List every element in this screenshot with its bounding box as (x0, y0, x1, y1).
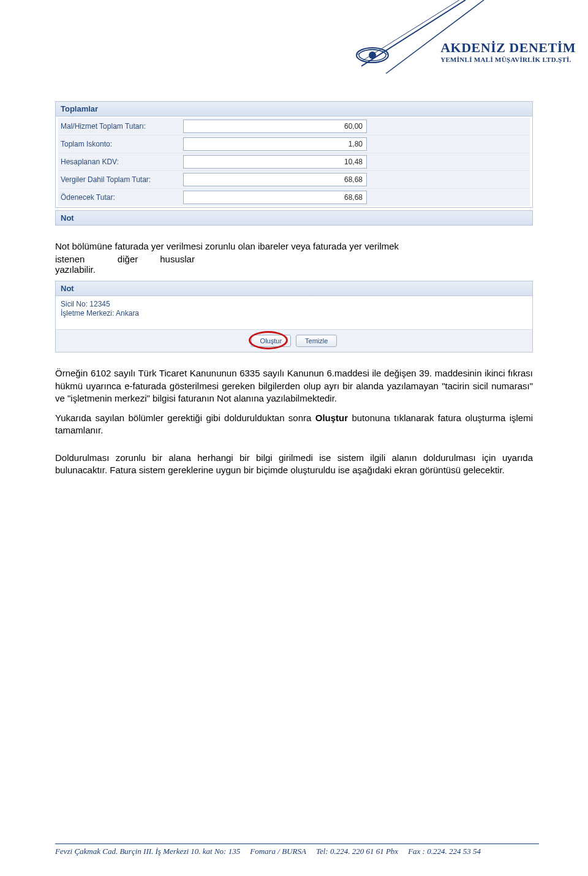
footer-city: Fomara / BURSA (250, 847, 306, 856)
company-header: AKDENİZ DENETİM YEMİNLİ MALİ MÜŞAVİRLİK … (361, 0, 588, 74)
input-hesaplanan-kdv[interactable] (183, 155, 367, 169)
label-toplam-iskonto: Toplam Iskonto: (61, 140, 183, 148)
paragraph-olustur: Yukarıda sayılan bölümler gerektiği gibi… (55, 412, 533, 437)
row-odenecek-tutar: Ödenecek Tutar: (58, 189, 530, 206)
para3-bold: Oluştur (315, 413, 348, 423)
footer-address: Fevzi Çakmak Cad. Burçin III. İş Merkezi… (55, 847, 240, 856)
input-mal-hizmet-toplam[interactable] (183, 120, 367, 133)
paragraph-example-6102: Örneğin 6102 sayılı Türk Ticaret Kanunun… (55, 367, 533, 405)
row-toplam-iskonto: Toplam Iskonto: (58, 135, 530, 153)
not-panel-1-title: Not (56, 211, 532, 225)
note-line-sicil: Sicil No: 12345 (61, 300, 527, 309)
label-vergiler-dahil-toplam: Vergiler Dahil Toplam Tutar: (61, 175, 183, 184)
para1-wrapped-line: istenen yazılabilir. diğer hususlar (55, 254, 533, 275)
totals-panel-title: Toplamlar (56, 102, 532, 116)
label-hesaplanan-kdv: Hesaplanan KDV: (61, 158, 183, 166)
input-odenecek-tutar[interactable] (183, 191, 367, 204)
paragraph-not-description: Not bölümüne faturada yer verilmesi zoru… (55, 240, 533, 253)
para3-a: Yukarıda sayılan bölümler gerektiği gibi… (55, 413, 315, 423)
note-textarea[interactable]: Sicil No: 12345 İşletme Merkezi: Ankara (56, 296, 532, 329)
company-title: AKDENİZ DENETİM (440, 40, 576, 56)
not-panel-1: Not (55, 210, 533, 226)
note-line-isletme: İşletme Merkezi: Ankara (61, 309, 527, 318)
input-toplam-iskonto[interactable] (183, 137, 367, 151)
row-mal-hizmet-toplam: Mal/Hizmet Toplam Tutarı: (58, 118, 530, 135)
row-hesaplanan-kdv: Hesaplanan KDV: (58, 153, 530, 171)
para1-left1: istenen (55, 254, 85, 264)
para1-left2: yazılabilir. (55, 264, 96, 275)
eye-logo-icon (355, 46, 390, 64)
totals-panel: Toplamlar Mal/Hizmet Toplam Tutarı: Topl… (55, 101, 533, 208)
create-button[interactable]: Oluştur (251, 335, 291, 347)
footer-tel: Tel: 0.224. 220 61 61 Pbx (316, 847, 398, 856)
paragraph-validation: Doldurulması zorunlu bir alana herhangi … (55, 452, 533, 477)
button-row: Oluştur Temizle (56, 329, 532, 352)
para1-right: hususlar (160, 254, 195, 275)
para1-mid: diğer (118, 254, 138, 275)
label-odenecek-tutar: Ödenecek Tutar: (61, 193, 183, 202)
note-entry-panel: Not Sicil No: 12345 İşletme Merkezi: Ank… (55, 281, 533, 352)
input-vergiler-dahil-toplam[interactable] (183, 173, 367, 186)
label-mal-hizmet-toplam: Mal/Hizmet Toplam Tutarı: (61, 122, 183, 131)
note-entry-title: Not (56, 281, 532, 296)
svg-point-2 (369, 51, 376, 59)
clear-button[interactable]: Temizle (296, 335, 337, 347)
page-footer: Fevzi Çakmak Cad. Burçin III. İş Merkezi… (55, 844, 539, 856)
company-subtitle: YEMİNLİ MALİ MÜŞAVİRLİK LTD.ŞTİ. (440, 56, 576, 63)
footer-fax: Fax : 0.224. 224 53 54 (408, 847, 481, 856)
row-vergiler-dahil-toplam: Vergiler Dahil Toplam Tutar: (58, 171, 530, 189)
para1-line1: Not bölümüne faturada yer verilmesi zoru… (55, 241, 399, 251)
